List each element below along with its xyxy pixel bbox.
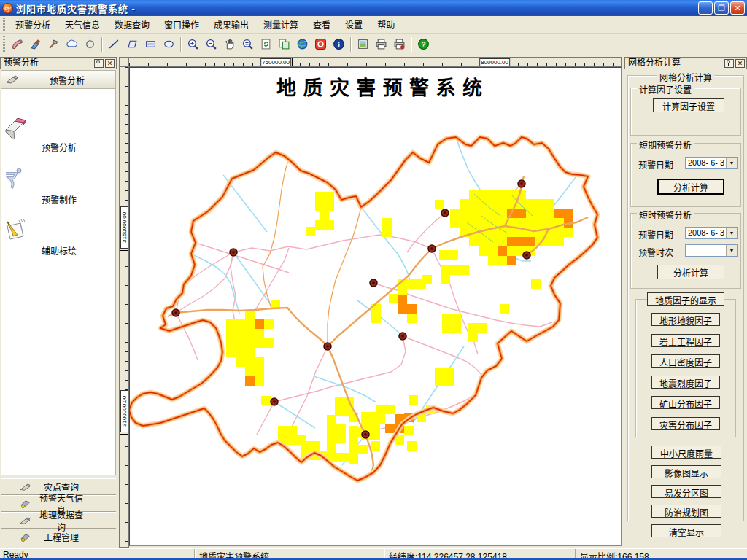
warning-cell-yellow bbox=[236, 338, 245, 348]
grid-analysis-group-title: 网格分析计算 bbox=[657, 71, 714, 83]
menu-item[interactable]: 窗口操作 bbox=[157, 16, 206, 33]
warning-cell-yellow bbox=[554, 228, 564, 237]
line-draw-icon[interactable] bbox=[105, 36, 123, 53]
nav-item-warning-analysis[interactable]: 预警分析 bbox=[1, 115, 117, 153]
town-marker bbox=[172, 309, 179, 316]
geo-factor-button[interactable]: 地形地貌因子 bbox=[651, 313, 720, 326]
menu-item[interactable]: 成果输出 bbox=[206, 16, 256, 33]
close-icon[interactable]: ✕ bbox=[735, 59, 745, 68]
hammer-tool-icon[interactable] bbox=[44, 36, 63, 53]
zoom-extent-icon[interactable] bbox=[239, 36, 257, 53]
warning-cell-yellow bbox=[507, 246, 516, 256]
warning-cell-yellow bbox=[488, 190, 498, 199]
warning-cell-yellow bbox=[320, 211, 329, 220]
map-layer-button[interactable]: 影像图显示 bbox=[651, 465, 721, 478]
warning-cell-yellow bbox=[479, 246, 488, 256]
nowcast-time-combo[interactable]: ▼ bbox=[685, 244, 738, 257]
warning-cell-yellow bbox=[226, 338, 236, 348]
cloud-tool-icon[interactable] bbox=[63, 36, 81, 53]
map-layer-button[interactable]: 防治规划图 bbox=[651, 505, 721, 518]
pin-icon[interactable] bbox=[724, 59, 734, 68]
map-drawing: 地 质 灾 害 预 警 系 统 bbox=[130, 68, 621, 545]
warning-cell-yellow bbox=[226, 319, 236, 329]
warning-cell-orange bbox=[398, 304, 407, 314]
warning-cell-yellow bbox=[339, 407, 349, 416]
warning-cell-yellow bbox=[349, 454, 358, 464]
map-layer-button[interactable]: 清空显示 bbox=[651, 524, 721, 537]
warning-analysis-icon[interactable] bbox=[8, 36, 26, 53]
aux-plot-icon bbox=[1, 217, 117, 242]
geo-factor-button[interactable]: 人口密度因子 bbox=[651, 354, 720, 368]
geo-factor-button[interactable]: 矿山分布因子 bbox=[651, 396, 720, 409]
warning-cell-yellow bbox=[444, 368, 454, 377]
menu-item[interactable]: 天气信息 bbox=[58, 16, 107, 33]
forecast-date-value: 2008- 6- 3 bbox=[688, 158, 724, 167]
menu-item[interactable]: 帮助 bbox=[370, 16, 402, 33]
geo-factor-button[interactable]: 岩土工程因子 bbox=[651, 334, 720, 347]
warning-cell-orange bbox=[516, 209, 526, 218]
warning-cell-yellow bbox=[450, 209, 460, 218]
pin-icon[interactable] bbox=[94, 59, 104, 68]
map-layer-button[interactable]: 易发分区图 bbox=[651, 485, 721, 498]
ellipse-draw-icon[interactable] bbox=[160, 36, 178, 53]
warning-cell-yellow bbox=[516, 218, 526, 228]
warning-cell-yellow bbox=[349, 445, 358, 454]
nowcast-date-combo[interactable]: 2008- 6- 3 ▼ bbox=[685, 227, 738, 239]
zoom-in-icon[interactable] bbox=[184, 36, 202, 53]
nav-item-warning-produce[interactable]: 预警制作 bbox=[1, 166, 117, 206]
restore-button[interactable]: ❐ bbox=[714, 1, 729, 15]
warning-cell-yellow bbox=[382, 218, 392, 228]
copy-view-icon[interactable] bbox=[275, 36, 293, 53]
polygon-draw-icon[interactable] bbox=[123, 36, 142, 53]
warning-cell-orange bbox=[554, 209, 564, 218]
chevron-down-icon[interactable]: ▼ bbox=[726, 158, 737, 168]
menu-item[interactable]: 设置 bbox=[338, 16, 370, 33]
map-canvas[interactable]: 地 质 灾 害 预 警 系 统 bbox=[129, 67, 622, 546]
geo-factors-header-button[interactable]: 地质因子的显示 bbox=[647, 292, 724, 306]
warning-cell-yellow bbox=[460, 209, 469, 218]
close-button[interactable]: ✕ bbox=[730, 1, 745, 15]
globe-icon[interactable] bbox=[293, 36, 311, 53]
rectangle-draw-icon[interactable] bbox=[142, 36, 160, 53]
print-preview-icon[interactable] bbox=[354, 36, 372, 53]
close-icon[interactable]: ✕ bbox=[105, 59, 115, 68]
chevron-down-icon[interactable]: ▼ bbox=[726, 228, 737, 238]
geo-factor-button[interactable]: 灾害分布因子 bbox=[651, 417, 720, 430]
minimize-button[interactable]: _ bbox=[698, 1, 713, 15]
refresh-view-icon[interactable] bbox=[257, 36, 275, 53]
pan-hand-icon[interactable] bbox=[220, 36, 239, 53]
warning-cell-yellow bbox=[255, 329, 264, 338]
print-setup-icon[interactable] bbox=[390, 36, 409, 53]
nav-item-aux-plot[interactable]: 辅助标绘 bbox=[1, 217, 117, 257]
forecast-date-combo[interactable]: 2008- 6- 3 ▼ bbox=[685, 157, 738, 169]
help-icon[interactable]: ? bbox=[414, 36, 433, 53]
forecast-date-label: 预警日期 bbox=[638, 228, 673, 241]
nav-bar-project-manage[interactable]: 工程管理 bbox=[1, 529, 116, 545]
zoom-out-icon[interactable] bbox=[202, 36, 220, 53]
menu-item[interactable]: 预警分析 bbox=[8, 16, 58, 33]
menu-item[interactable]: 测量计算 bbox=[256, 16, 306, 33]
warning-cell-yellow bbox=[236, 319, 245, 329]
nav-item-label: 预警分析 bbox=[1, 141, 117, 153]
print-icon[interactable] bbox=[372, 36, 390, 53]
weather-brush-icon[interactable] bbox=[26, 36, 44, 53]
factor-setting-button[interactable]: 计算因子设置 bbox=[653, 98, 724, 112]
short-term-run-button[interactable]: 分析计算 bbox=[657, 179, 724, 195]
ruler-major-tick bbox=[120, 434, 128, 435]
geo-factor-button[interactable]: 地震烈度因子 bbox=[651, 376, 720, 389]
menu-item[interactable]: 查看 bbox=[306, 16, 338, 33]
warning-cell-yellow bbox=[236, 329, 245, 338]
warning-cell-yellow bbox=[444, 377, 454, 386]
project-manage-icon bbox=[20, 533, 31, 542]
factor-setting-group-title: 计算因子设置 bbox=[637, 83, 694, 96]
nowcast-run-button[interactable]: 分析计算 bbox=[657, 265, 724, 279]
warning-cell-yellow bbox=[349, 426, 358, 435]
info-icon[interactable]: i bbox=[330, 36, 348, 53]
chevron-down-icon[interactable]: ▼ bbox=[726, 245, 737, 256]
menu-item[interactable]: 数据查询 bbox=[107, 16, 157, 33]
map-layer-button[interactable]: 中小尺度雨量 bbox=[651, 446, 721, 459]
nav-bar-geodata-query[interactable]: 地理数据查询 bbox=[1, 512, 116, 529]
stop-icon[interactable] bbox=[311, 36, 330, 53]
locate-tool-icon[interactable] bbox=[81, 36, 99, 53]
warning-cell-yellow bbox=[306, 227, 315, 236]
